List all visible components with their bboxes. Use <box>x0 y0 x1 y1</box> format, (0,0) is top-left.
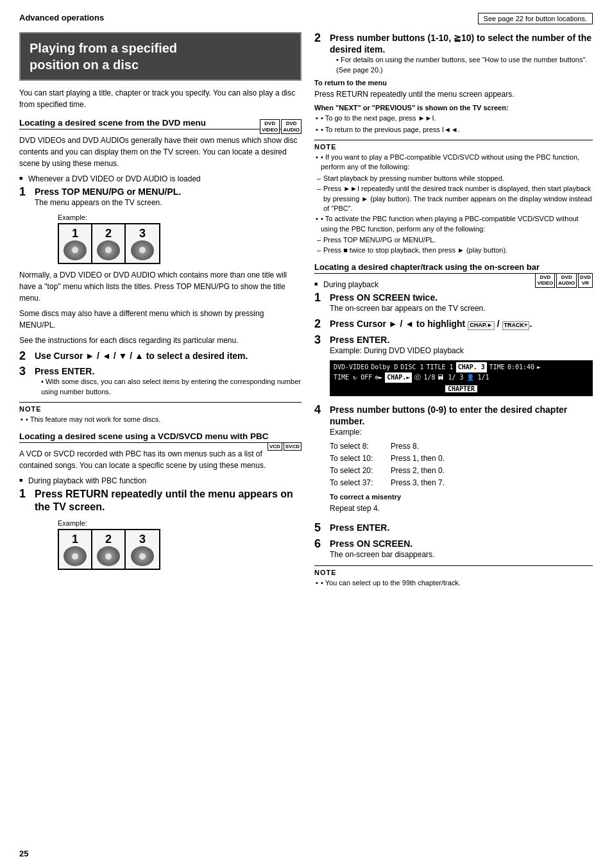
dvd-step1: 1 Press TOP MENU/PG or MENU/PL. The menu… <box>19 186 302 208</box>
vcd-cell-num-3: 3 <box>139 533 146 546</box>
onscreen-chap-btn: CHAP.► <box>385 372 412 383</box>
ex-label-3: To select 20: <box>330 465 384 477</box>
onscreen-row3: CHAPTER <box>334 384 589 394</box>
ch-step3-title: Press ENTER. <box>330 334 593 346</box>
right-note5: Press TOP MENU/PG or MENU/PL. <box>314 235 593 245</box>
vcd-step-num-1: 1 <box>19 488 31 499</box>
onscreen-plus: ⊕► <box>375 372 382 383</box>
onscreen-row1: DVD-VIDEO Dolby D DISC 1 TITLE 1 CHAP. 3… <box>334 362 589 372</box>
ch-step1-title: Press ON SCREEN twice. <box>330 292 593 303</box>
dvd-note: NOTE • This feature may not work for som… <box>19 402 302 424</box>
vcd-example-area: Example: 1 2 3 <box>58 519 302 570</box>
example-cell-2: 2 <box>92 224 126 263</box>
cell-disc-1 <box>64 240 87 260</box>
ch-step6-sub: The on-screen bar disappears. <box>330 549 593 560</box>
cell-num-2: 2 <box>105 227 112 240</box>
dvd-body2-1: Normally, a DVD VIDEO or DVD AUDIO which… <box>19 269 302 304</box>
badge-dvd-video: DVDVIDEO <box>260 119 280 134</box>
right-step2-content: Press number buttons (1-10, ≧10) to sele… <box>330 32 593 75</box>
vcd-example-cell-1: 1 <box>59 530 92 569</box>
step-num-3: 3 <box>19 365 31 377</box>
step-num-1: 1 <box>19 186 31 197</box>
dvd-example-label: Example: <box>58 213 302 221</box>
step1-content: Press TOP MENU/PG or MENU/PL. The menu a… <box>35 186 302 208</box>
ex-row-1: To select 8: Press 8. <box>330 440 593 453</box>
next-prev-heading: When "NEXT" or "PREVIOUS" is shown on th… <box>314 104 593 112</box>
next-item: • To go to the next page, press ►►I. <box>314 113 593 123</box>
right-step2: 2 Press number buttons (1-10, ≧10) to se… <box>314 32 593 75</box>
ch-step5: 5 Press ENTER. <box>314 522 593 533</box>
ch-step5-content: Press ENTER. <box>330 522 593 533</box>
vcd-step1-content: Press RETURN repeatedly until the menu a… <box>35 488 302 515</box>
dvd-bullet: Whenever a DVD VIDEO or DVD AUDIO is loa… <box>19 173 302 185</box>
onscreen-cd: ⓒ <box>414 372 421 383</box>
ex-row-2: To select 10: Press 1, then 0. <box>330 453 593 465</box>
onscreen-time-label: TIME <box>489 362 505 372</box>
ch-step6: 6 Press ON SCREEN. The on-screen bar dis… <box>314 538 593 560</box>
vcd-section: Locating a desired scene using a VCD/SVC… <box>19 431 302 571</box>
step-num-2: 2 <box>19 350 31 362</box>
ch-step6-title: Press ON SCREEN. <box>330 538 593 549</box>
ch-note-title: NOTE <box>314 569 593 576</box>
right-step2-title: Press number buttons (1-10, ≧10) to sele… <box>330 32 593 55</box>
ch-step2: 2 Press Cursor ► / ◄ to highlight CHAP.►… <box>314 318 593 330</box>
ch-step-num-3: 3 <box>314 334 326 346</box>
ex-row-4: To select 37: Press 3, then 7. <box>330 477 593 489</box>
dvd-note1: • This feature may not work for some dis… <box>19 415 302 424</box>
dvd-body-text: DVD VIDEOs and DVD AUDIOs generally have… <box>19 135 302 169</box>
return-text: Press RETURN repeatedly until the menu s… <box>314 88 593 100</box>
step3-title: Press ENTER. <box>35 365 302 377</box>
ch-step-num-4: 4 <box>314 404 326 415</box>
onscreen-chapter-highlight: CHAPTER <box>445 385 477 392</box>
step3-note: • With some discs, you can also select i… <box>35 377 302 397</box>
right-note-title: NOTE <box>314 143 593 151</box>
ex-val-4: Press 3, then 7. <box>391 477 445 489</box>
vcd-cell-num-2: 2 <box>105 533 112 546</box>
dvd-menu-section: Locating a desired scene from the DVD me… <box>19 118 302 425</box>
ch-example-label: Example: <box>330 427 593 438</box>
badge-dvd-audio: DVDAUDIO <box>281 119 302 134</box>
ch-step3: 3 Press ENTER. Example: During DVD VIDEO… <box>314 334 593 400</box>
onscreen-bar: DVD-VIDEO Dolby D DISC 1 TITLE 1 CHAP. 3… <box>330 360 593 396</box>
onscreen-time2: TIME ↻ OFF <box>334 372 372 383</box>
step2-content: Use Cursor ► / ◄ / ▼ / ▲ to select a des… <box>35 350 302 362</box>
example-cell-1: 1 <box>59 224 92 263</box>
ex-val-3: Press 2, then 0. <box>391 465 445 477</box>
right-note1: • If you want to play a PBC-compatible V… <box>314 153 593 172</box>
right-step-num-2: 2 <box>314 32 326 44</box>
ch-step1-sub: The on-screen bar appears on the TV scre… <box>330 303 593 314</box>
vcd-body: A VCD or SVCD recorded with PBC has its … <box>19 448 302 471</box>
ch-step4-content: Press number buttons (0-9) to enter the … <box>330 404 593 519</box>
vcd-example-cells: 1 2 3 <box>58 529 160 570</box>
ex-label-4: To select 37: <box>330 477 384 489</box>
correct-heading: To correct a misentry <box>330 493 593 501</box>
dvd-example-cells: 1 2 3 <box>58 223 160 264</box>
ex-val-2: Press 1, then 0. <box>391 453 445 465</box>
vcd-example-label: Example: <box>58 519 302 527</box>
right-note: NOTE • If you want to play a PBC-compati… <box>314 140 593 256</box>
prev-item: • To return to the previous page, press … <box>314 125 593 135</box>
example-cell-3: 3 <box>126 224 159 263</box>
chapter-heading: Locating a desired chapter/track using t… <box>314 262 593 274</box>
cell-num-1: 1 <box>72 227 78 240</box>
onscreen-dolby: Dolby D <box>371 362 398 372</box>
onscreen-disc: DISC 1 <box>400 362 423 372</box>
step1-sub: The menu appears on the TV screen. <box>35 197 302 208</box>
ch-step6-content: Press ON SCREEN. The on-screen bar disap… <box>330 538 593 560</box>
dvd-step3: 3 Press ENTER. • With some discs, you ca… <box>19 365 302 397</box>
onscreen-chap: CHAP. 3 <box>456 362 487 372</box>
ch-step1: 1 Press ON SCREEN twice. The on-screen b… <box>314 292 593 314</box>
right-note2: Start playback by pressing number button… <box>314 174 593 183</box>
title-line1: Playing from a specified <box>30 40 291 56</box>
title-line2: position on a disc <box>30 56 291 73</box>
ch-example-table: To select 8: Press 8. To select 10: Pres… <box>330 440 593 490</box>
see-page-note: See page 22 for button locations. <box>478 13 593 24</box>
ch-note1: • You can select up to the 99th chapter/… <box>314 578 593 588</box>
cell-num-3: 3 <box>139 227 146 240</box>
vcd-bullet: During playback with PBC function <box>19 475 302 487</box>
right-note6: Press ■ twice to stop playback, then pre… <box>314 246 593 255</box>
page-header: Advanced operations See page 22 for butt… <box>19 13 593 24</box>
ex-row-3: To select 20: Press 2, then 0. <box>330 465 593 477</box>
onscreen-row2: TIME ↻ OFF ⊕► CHAP.► ⓒ 1/8 🖬 1/ 3 👤 1/1 <box>334 372 589 383</box>
onscreen-fld: 🖬 1/ 3 <box>438 372 463 383</box>
